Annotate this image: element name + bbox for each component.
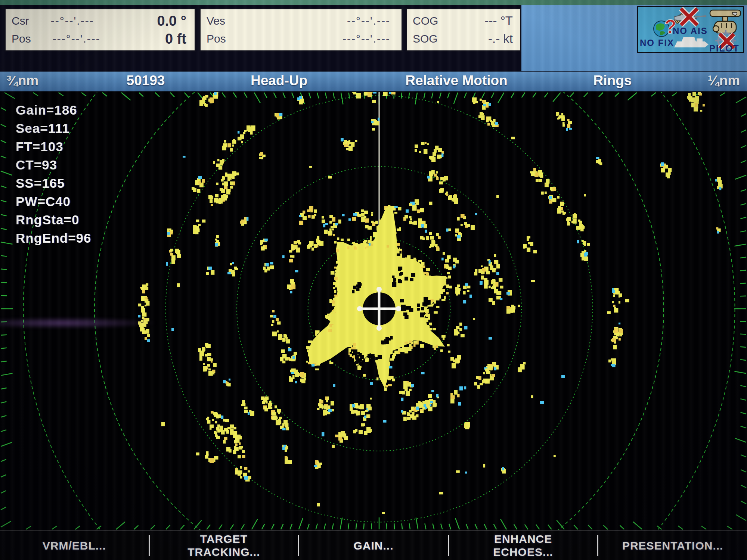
cog-label: COG: [407, 15, 438, 27]
screen-top-edge: [0, 0, 747, 5]
no-ais-label: NO AIS: [673, 26, 708, 36]
pw-readout: PW=C40: [16, 192, 92, 211]
range-scale[interactable]: ¾nm: [6, 73, 38, 88]
vessel-label: Ves: [201, 15, 225, 27]
ss-readout: SS=165: [16, 174, 92, 192]
vrm-ebl-button[interactable]: VRM/EBL...: [0, 531, 149, 560]
softkey-menu-bar: VRM/EBL... TARGET TRACKING... GAIN... EN…: [0, 530, 747, 560]
cursor-pos-label: Pos: [6, 32, 31, 45]
vessel-pos-value: ---°--'.---: [342, 32, 402, 45]
orientation-mode[interactable]: Head-Up: [251, 73, 307, 88]
boat-icon: [674, 37, 709, 47]
gain-readout: Gain=186: [16, 101, 92, 119]
top-status-bar: Csr --°--'.--- 0.0 ° Pos ---°--'.--- 0 f…: [0, 0, 747, 71]
rngsta-readout: RngSta=0: [16, 211, 92, 229]
cursor-angle-reading: 0.0 °: [157, 13, 195, 29]
vessel-pos-label: Pos: [201, 32, 226, 45]
cursor-depth-reading: 0 ft: [165, 31, 195, 47]
cog-value: --- °T: [485, 14, 521, 28]
presentation-button[interactable]: PRESENTATION...: [598, 531, 747, 560]
status-icon-panel: ? NO FIX NO AIS: [637, 6, 744, 53]
cursor-bearing-value: --°--'.---: [51, 15, 94, 27]
range-code: 50193: [127, 73, 165, 88]
ft-readout: FT=103: [16, 137, 92, 156]
cursor-data-box: Csr --°--'.--- 0.0 ° Pos ---°--'.--- 0 f…: [4, 8, 196, 52]
sog-value: -.- kt: [488, 32, 520, 46]
vessel-value: --°--'.---: [347, 15, 402, 27]
radar-antenna-icon: [710, 10, 741, 33]
screen-glare: [0, 317, 157, 329]
sea-readout: Sea=111: [16, 119, 92, 137]
vessel-data-box: Ves --°--'.--- Pos ---°--'.---: [199, 8, 403, 52]
radar-ppi-canvas[interactable]: [0, 92, 747, 530]
pilot-label: PILOT: [709, 43, 740, 52]
sog-label: SOG: [407, 32, 438, 45]
motion-mode[interactable]: Relative Motion: [405, 73, 507, 88]
no-fix-label: NO FIX: [640, 38, 674, 48]
ct-readout: CT=93: [16, 156, 92, 174]
cog-sog-box: COG --- °T SOG -.- kt: [406, 8, 521, 52]
cursor-pos-value: ---°--'.---: [53, 32, 100, 45]
rings-label[interactable]: Rings: [593, 73, 632, 88]
rngend-readout: RngEnd=96: [16, 229, 92, 247]
cursor-label: Csr: [6, 15, 29, 27]
telemetry-readout: Gain=186 Sea=111 FT=103 CT=93 SS=165 PW=…: [16, 101, 92, 247]
rings-interval[interactable]: ¼nm: [708, 73, 740, 88]
radar-display-area: Gain=186 Sea=111 FT=103 CT=93 SS=165 PW=…: [0, 92, 747, 530]
mode-ribbon: ¾nm 50193 Head-Up Relative Motion Rings …: [0, 71, 747, 92]
target-tracking-button[interactable]: TARGET TRACKING...: [150, 531, 298, 560]
enhance-echoes-button[interactable]: ENHANCE ECHOES...: [449, 531, 598, 560]
gain-button[interactable]: GAIN...: [299, 531, 448, 560]
